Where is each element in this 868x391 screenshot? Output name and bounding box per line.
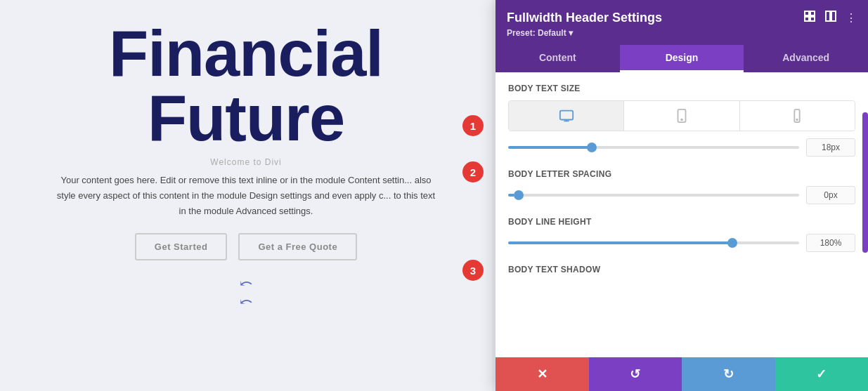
svg-point-10 — [681, 119, 682, 121]
panel-tabs: Content Design Advanced — [495, 45, 868, 72]
confirm-button[interactable]: ✓ — [775, 357, 869, 391]
svg-rect-2 — [805, 17, 809, 21]
body-line-height-slider[interactable] — [508, 241, 799, 244]
svg-rect-3 — [810, 17, 815, 21]
body-text-size-section: Body Text Size — [508, 84, 855, 157]
svg-rect-0 — [805, 11, 809, 15]
body-letter-spacing-slider[interactable] — [508, 194, 799, 197]
body-text: Your content goes here. Edit or remove t… — [42, 173, 450, 219]
desktop-device-button[interactable] — [509, 101, 624, 131]
more-icon-button[interactable]: ⋮ — [846, 11, 857, 25]
body-letter-spacing-section: Body Letter Spacing — [508, 169, 855, 204]
expand-icon-button[interactable] — [803, 10, 816, 25]
undo-button[interactable]: ↺ — [589, 357, 682, 391]
columns-icon-button[interactable] — [824, 10, 837, 25]
settings-panel: Fullwidth Header Settings ⋮ Preset: Defa… — [495, 0, 868, 391]
page-preview: Financial Future Welcome to Divi Your co… — [0, 0, 492, 391]
tab-advanced[interactable]: Advanced — [744, 45, 868, 72]
button-row: Get Started Get a Free Quote — [135, 233, 357, 260]
svg-point-12 — [797, 119, 798, 120]
body-letter-spacing-slider-row — [508, 186, 855, 204]
svg-rect-6 — [559, 111, 572, 120]
scroll-chevron: ⤺⤺ — [240, 274, 252, 311]
body-line-height-value[interactable] — [806, 234, 855, 252]
body-text-shadow-label: Body Text Shadow — [508, 265, 855, 274]
mobile-device-button[interactable] — [740, 101, 855, 131]
panel-icons: ⋮ — [803, 10, 857, 25]
get-started-button[interactable]: Get Started — [135, 233, 228, 260]
panel-body: Body Text Size — [495, 72, 868, 357]
panel-title: Fullwidth Header Settings — [507, 11, 662, 25]
subtitle-label: Welcome to Divi — [210, 157, 281, 167]
panel-scrollbar[interactable] — [862, 112, 868, 253]
cancel-button[interactable]: ✕ — [495, 357, 589, 391]
body-letter-spacing-label: Body Letter Spacing — [508, 169, 855, 179]
body-letter-spacing-value[interactable] — [806, 186, 855, 204]
tablet-device-button[interactable] — [624, 101, 739, 131]
body-line-height-section: Body Line Height — [508, 217, 855, 252]
redo-button[interactable]: ↻ — [682, 357, 775, 391]
panel-preset[interactable]: Preset: Default ▾ — [507, 28, 857, 38]
svg-rect-4 — [826, 11, 830, 21]
badge-3: 3 — [462, 260, 484, 281]
tab-content[interactable]: Content — [495, 45, 620, 72]
body-text-shadow-section: Body Text Shadow — [508, 265, 855, 274]
body-line-height-slider-row — [508, 234, 855, 252]
panel-header-top: Fullwidth Header Settings ⋮ — [507, 10, 857, 25]
svg-rect-1 — [810, 11, 815, 15]
body-text-size-value[interactable] — [806, 138, 855, 157]
device-row — [508, 100, 855, 131]
body-line-height-label: Body Line Height — [508, 217, 855, 227]
panel-footer: ✕ ↺ ↻ ✓ — [495, 357, 868, 391]
headline: Financial Future — [109, 21, 383, 150]
badge-2: 2 — [462, 161, 484, 183]
body-text-size-slider[interactable] — [508, 146, 799, 149]
tab-design[interactable]: Design — [620, 45, 744, 72]
panel-header: Fullwidth Header Settings ⋮ Preset: Defa… — [495, 0, 868, 45]
svg-rect-5 — [831, 11, 836, 21]
body-text-size-label: Body Text Size — [508, 84, 855, 93]
badge-1: 1 — [462, 115, 484, 136]
body-text-size-slider-row — [508, 138, 855, 157]
get-quote-button[interactable]: Get a Free Quote — [238, 233, 357, 260]
